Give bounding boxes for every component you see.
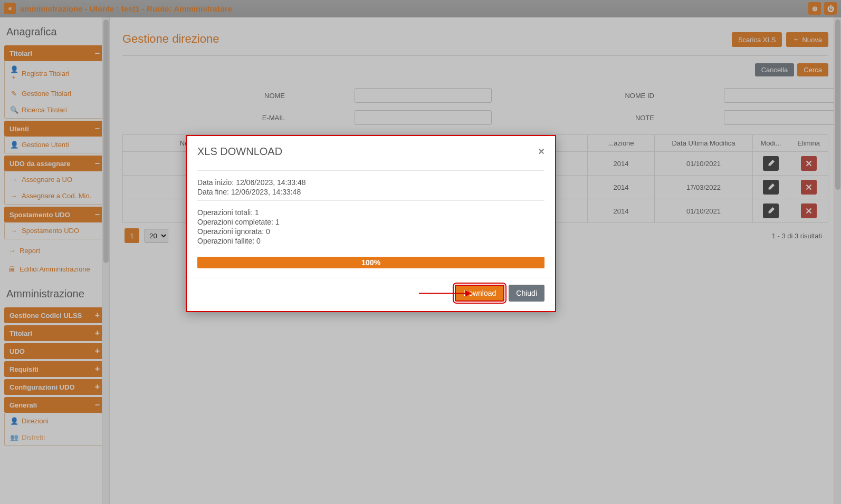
op-fallite: Operazioni fallite: 0 <box>197 237 544 245</box>
progress-bar: 100% <box>197 257 544 268</box>
op-completate: Operazioni completate: 1 <box>197 218 544 226</box>
svg-marker-1 <box>465 290 472 297</box>
op-ignorata: Operazioni ignorata: 0 <box>197 227 544 236</box>
close-icon[interactable]: × <box>538 146 544 158</box>
xls-download-modal: XLS DOWNLOAD × Data inizio: 12/06/2023, … <box>186 135 556 312</box>
annotation-arrow <box>419 288 472 301</box>
modal-title: XLS DOWNLOAD <box>197 146 282 158</box>
chiudi-button[interactable]: Chiudi <box>509 285 544 302</box>
op-totali: Operazioni totali: 1 <box>197 208 544 217</box>
data-fine: Data fine: 12/06/2023, 14:33:48 <box>197 188 544 196</box>
data-inizio: Data inizio: 12/06/2023, 14:33:48 <box>197 178 544 187</box>
